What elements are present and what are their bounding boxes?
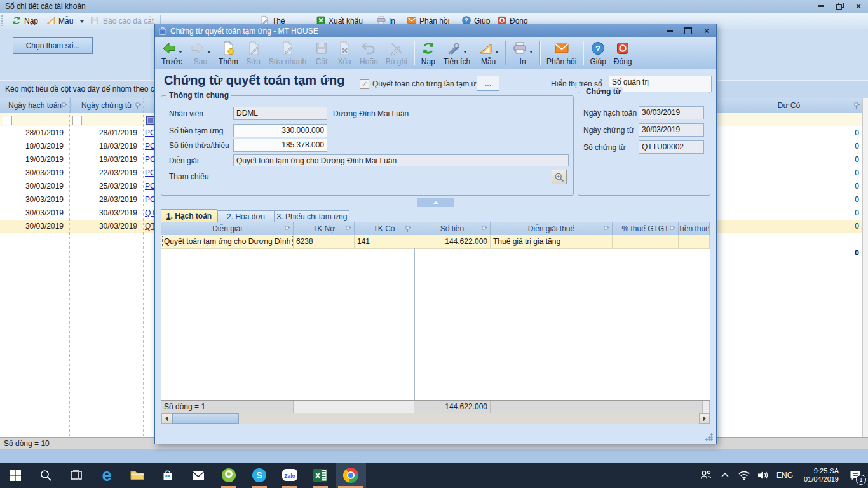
ellipsis-button[interactable]: ...: [477, 76, 499, 91]
taskbar-start-button[interactable]: [0, 463, 31, 488]
clock[interactable]: 9:25 SA01/04/2019: [797, 467, 839, 484]
refresh-icon[interactable]: [11, 15, 22, 25]
chevron-down-icon[interactable]: [463, 51, 467, 53]
grid-column-header[interactable]: Tiền thuế: [679, 222, 710, 235]
chevron-down-icon[interactable]: [495, 51, 499, 53]
cell-tk-no[interactable]: 6238: [294, 235, 355, 248]
scrollbar-thumb[interactable]: [172, 413, 239, 424]
toolbar-grip: [1, 15, 3, 26]
doc-edit-icon: [280, 41, 295, 56]
so-chung-tu-input[interactable]: QTTU00002: [639, 140, 704, 154]
tab-hoa-don[interactable]: 2. Hóa đơn: [217, 210, 275, 222]
filter-operator[interactable]: =: [72, 116, 82, 125]
taskbar-explorer-button[interactable]: [122, 463, 153, 488]
cell-tk-co[interactable]: 141: [355, 235, 414, 248]
taskbar-edge-button[interactable]: e: [92, 463, 122, 488]
chevron-down-icon[interactable]: [179, 51, 182, 53]
scroll-right-icon[interactable]: [699, 413, 710, 424]
column-header-du-co[interactable]: Dư Có: [715, 98, 863, 113]
pin-icon[interactable]: [61, 102, 69, 109]
pin-icon[interactable]: [135, 102, 142, 109]
close-icon[interactable]: ×: [854, 1, 863, 10]
pin-icon[interactable]: [853, 102, 861, 109]
taskbar-skype-button[interactable]: S: [244, 463, 275, 488]
cell-tien-thue[interactable]: [679, 235, 710, 248]
save-icon: [90, 15, 100, 25]
dialog-titlebar[interactable]: Chứng từ quyết toán tạm ứng - MT HOUSE ×: [155, 24, 716, 37]
chevron-down-icon[interactable]: [80, 20, 84, 23]
restore-icon[interactable]: [835, 1, 844, 10]
horizontal-scrollbar[interactable]: [161, 413, 710, 424]
grid-column-header[interactable]: Số tiền: [414, 222, 491, 235]
pen-slash-icon: [389, 41, 404, 56]
grid-column-header[interactable]: % thuế GTGT: [613, 222, 679, 235]
chon-tham-so-button[interactable]: Chọn tham số...: [13, 37, 93, 54]
sum-cell: [491, 401, 703, 413]
taskbar-search-button[interactable]: [31, 463, 61, 488]
ruler-icon[interactable]: [46, 15, 56, 25]
column-header-ngay-chung-tu[interactable]: Ngày chứng từ: [70, 98, 144, 113]
action-center-icon[interactable]: 1: [843, 463, 868, 488]
tham-chieu-lookup-button[interactable]: [552, 170, 567, 184]
taskbar-chrome-button[interactable]: [336, 463, 366, 488]
chevron-up-icon[interactable]: [715, 463, 735, 488]
grid-data-row[interactable]: Quyết toán tạm ứng cho Dương Đình Mai Lu…: [161, 235, 710, 249]
volume-icon[interactable]: [754, 463, 773, 488]
taskbar-coccoc-button[interactable]: [214, 463, 244, 488]
in-button[interactable]: In: [508, 38, 537, 68]
time: 9:25 SA: [814, 467, 839, 475]
ngay-chung-tu-input[interactable]: 30/03/2019: [639, 123, 704, 137]
cell-dien-giai-thue[interactable]: Thuế giá trị gia tăng: [491, 235, 613, 248]
grid-column-header[interactable]: Diễn giải thuế: [491, 222, 613, 235]
grid-column-header[interactable]: Diễn giải: [161, 222, 294, 235]
phan-hoi-button[interactable]: Phản hồi: [543, 38, 580, 68]
minimize-icon[interactable]: [665, 27, 674, 36]
column-header-ngay-hach-toan[interactable]: Ngày hạch toán: [0, 98, 71, 113]
collapse-splitter-button[interactable]: [417, 198, 454, 207]
mau-button[interactable]: Mẫu: [58, 17, 73, 25]
taskbar-excel-button[interactable]: X: [305, 463, 336, 488]
people-icon[interactable]: [696, 463, 715, 488]
language-indicator[interactable]: ENG: [773, 471, 797, 480]
cell-so-tien[interactable]: 144.622.000: [414, 235, 491, 248]
filter-checkbox-icon[interactable]: [146, 116, 154, 125]
close-icon[interactable]: ×: [702, 27, 711, 36]
scroll-left-icon[interactable]: [161, 413, 172, 424]
dien-giai-input[interactable]: Quyết toán tạm ứng cho Dương Đình Mai Lu…: [233, 154, 569, 166]
them-button[interactable]: Thêm: [215, 38, 242, 68]
chevron-down-icon[interactable]: [529, 51, 533, 53]
taskbar-store-button[interactable]: [153, 463, 183, 488]
taskbar-mail-button[interactable]: [183, 463, 214, 488]
cell-dien-giai[interactable]: Quyết toán tạm ứng cho Dương Đình Mai Lu…: [161, 235, 294, 248]
giup-icon-row: ?: [590, 40, 606, 57]
so-tien-thua-thieu-input[interactable]: 185.378.000: [233, 139, 327, 152]
mau-label: Mẫu: [481, 57, 496, 66]
wifi-icon[interactable]: [735, 463, 754, 488]
so-tien-tam-ung-input[interactable]: 330.000.000: [233, 124, 327, 137]
dong-button[interactable]: Đóng: [610, 38, 636, 68]
resize-grip[interactable]: [705, 433, 713, 441]
truoc-button[interactable]: Trước: [158, 38, 186, 68]
nap-button[interactable]: Nạp: [417, 38, 440, 68]
cell-pct-thue[interactable]: [613, 235, 679, 248]
sum-so-tien: 144.622.000: [414, 401, 491, 413]
filter-operator[interactable]: =: [3, 116, 12, 125]
ngay-hach-toan-input[interactable]: 30/03/2019: [639, 106, 704, 119]
tab-hach-toan[interactable]: 1. Hạch toán: [161, 209, 217, 222]
tien-ich-button[interactable]: Tiện ích: [440, 38, 474, 68]
hien-thi-tren-so-input[interactable]: Sổ quản trị: [609, 76, 712, 92]
checkbox-quyet-toan-tung-lan[interactable]: ✓: [360, 79, 369, 89]
tab-phieu-chi-tam-ung[interactable]: 3. Phiếu chi tạm ứng: [275, 210, 349, 222]
nap-button[interactable]: Nạp: [24, 17, 38, 25]
xoa-button: Xóa: [333, 38, 356, 68]
giup-button[interactable]: ?Giúp: [586, 38, 609, 68]
grid-column-header[interactable]: TK Có: [355, 222, 414, 235]
maximize-icon[interactable]: [684, 27, 693, 36]
nhan-vien-input[interactable]: DDML: [233, 107, 327, 120]
taskbar-task-view-button[interactable]: [61, 463, 92, 488]
mau-button[interactable]: Mẫu: [474, 38, 503, 68]
taskbar-zalo-button[interactable]: Zalo: [275, 463, 305, 488]
dong-label: Đóng: [614, 57, 632, 66]
minimize-icon[interactable]: [816, 1, 825, 10]
grid-column-header[interactable]: TK Nợ: [294, 222, 355, 235]
